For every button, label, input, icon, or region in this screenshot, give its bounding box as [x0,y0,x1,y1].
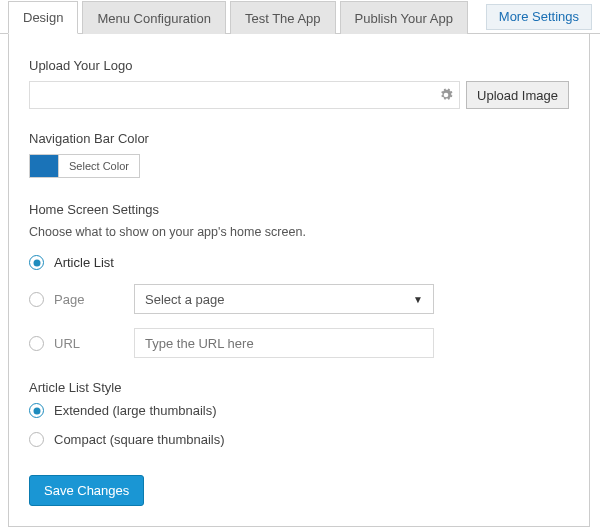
radio-compact-label: Compact (square thumbnails) [54,432,225,447]
tab-bar: Design Menu Configuration Test The App P… [0,0,600,34]
upload-image-button[interactable]: Upload Image [466,81,569,109]
url-input[interactable] [134,328,434,358]
color-swatch[interactable] [29,154,59,178]
gear-icon [439,88,453,102]
home-screen-settings-heading: Home Screen Settings [29,202,569,217]
nav-bar-color-label: Navigation Bar Color [29,131,569,146]
more-settings-button[interactable]: More Settings [486,4,592,30]
logo-path-input[interactable] [29,81,460,109]
tab-publish-your-app[interactable]: Publish Your App [340,1,468,34]
radio-article-list[interactable] [29,255,44,270]
save-changes-button[interactable]: Save Changes [29,475,144,506]
radio-article-list-label: Article List [54,255,124,270]
radio-compact[interactable] [29,432,44,447]
home-screen-help-text: Choose what to show on your app's home s… [29,225,569,239]
tab-test-the-app[interactable]: Test The App [230,1,336,34]
tab-design[interactable]: Design [8,1,78,34]
article-list-style-heading: Article List Style [29,380,569,395]
radio-extended[interactable] [29,403,44,418]
page-select[interactable]: Select a page [134,284,434,314]
upload-logo-label: Upload Your Logo [29,58,569,73]
design-panel: Upload Your Logo Upload Image Navigation… [8,34,590,527]
radio-url[interactable] [29,336,44,351]
radio-page-label: Page [54,292,124,307]
tab-menu-configuration[interactable]: Menu Configuration [82,1,225,34]
radio-extended-label: Extended (large thumbnails) [54,403,217,418]
radio-page[interactable] [29,292,44,307]
radio-url-label: URL [54,336,124,351]
select-color-button[interactable]: Select Color [59,154,140,178]
